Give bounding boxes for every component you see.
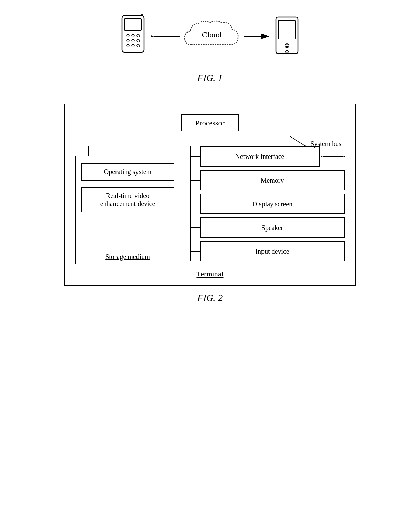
- left-bus-connector: [88, 146, 89, 156]
- cloud-label: Cloud: [202, 30, 222, 39]
- svg-point-4: [132, 34, 134, 37]
- svg-point-6: [127, 39, 129, 42]
- fig1-diagram: Cloud: [117, 14, 303, 59]
- svg-point-11: [137, 44, 140, 47]
- display-screen-box: Display screen: [200, 194, 345, 214]
- fig2-caption: FIG. 2: [197, 293, 223, 303]
- right-arrow: [242, 31, 273, 41]
- realtime-video-box: Real-time videoenhancement device: [81, 187, 174, 212]
- svg-rect-17: [278, 20, 295, 39]
- speaker-box: Speaker: [200, 217, 345, 238]
- left-phone: [117, 14, 151, 59]
- network-interface-box: Network interface: [200, 146, 320, 167]
- display-screen-label: Display screen: [252, 200, 292, 208]
- fig1-caption: FIG. 1: [197, 72, 223, 83]
- right-items-container: Network interface: [190, 146, 345, 261]
- svg-rect-2: [124, 19, 141, 30]
- speaker-row: Speaker: [190, 217, 345, 238]
- realtime-video-label: Real-time videoenhancement device: [100, 192, 155, 207]
- input-device-box: Input device: [200, 241, 345, 261]
- input-device-row: Input device: [190, 241, 345, 261]
- system-bus-annotation: System bus: [289, 135, 341, 148]
- ni-h-connector: [190, 156, 200, 157]
- right-items-list: Network interface: [190, 146, 345, 261]
- svg-point-19: [286, 45, 288, 47]
- fig2-outer-box: Processor System bus: [64, 104, 356, 286]
- processor-label: Processor: [195, 119, 225, 127]
- right-vert-line: [190, 146, 191, 261]
- right-column: Network interface: [190, 146, 345, 261]
- speaker-label: Speaker: [261, 224, 283, 232]
- id-h-connector: [190, 251, 200, 252]
- storage-medium-box: Operating system Real-time videoenhancem…: [75, 156, 180, 264]
- ds-h-connector: [190, 204, 200, 204]
- svg-point-3: [127, 34, 129, 37]
- below-bus: Operating system Real-time videoenhancem…: [75, 146, 345, 264]
- memory-box: Memory: [200, 170, 345, 190]
- processor-row: Processor: [75, 114, 345, 131]
- bus-annotation-line: [289, 135, 309, 148]
- storage-medium-label: Storage medium: [105, 253, 150, 261]
- left-arrow: [151, 31, 181, 41]
- processor-box: Processor: [181, 114, 239, 131]
- network-arrow-svg: [321, 152, 345, 161]
- left-column: Operating system Real-time videoenhancem…: [75, 146, 180, 264]
- svg-point-5: [137, 34, 140, 37]
- svg-point-10: [132, 44, 134, 47]
- fig2-section: Processor System bus: [0, 97, 420, 317]
- input-device-label: Input device: [255, 248, 289, 255]
- operating-system-box: Operating system: [81, 163, 174, 181]
- cloud-shape: Cloud: [181, 18, 242, 55]
- display-screen-row: Display screen: [190, 194, 345, 214]
- svg-point-9: [127, 44, 129, 47]
- svg-point-7: [132, 39, 134, 42]
- network-interface-row: Network interface: [190, 146, 345, 167]
- svg-point-18: [285, 44, 289, 48]
- svg-point-8: [137, 39, 140, 42]
- memory-row: Memory: [190, 170, 345, 190]
- svg-point-20: [286, 50, 288, 53]
- operating-system-label: Operating system: [104, 168, 152, 175]
- memory-label: Memory: [261, 176, 284, 184]
- network-interface-label: Network interface: [235, 153, 285, 161]
- terminal-label: Terminal: [75, 270, 345, 278]
- svg-line-21: [290, 136, 307, 147]
- fig1-section: Cloud: [0, 0, 420, 97]
- spk-h-connector: [190, 227, 200, 228]
- network-arrow: [321, 152, 345, 161]
- right-device: [273, 15, 303, 57]
- mem-h-connector: [190, 180, 200, 181]
